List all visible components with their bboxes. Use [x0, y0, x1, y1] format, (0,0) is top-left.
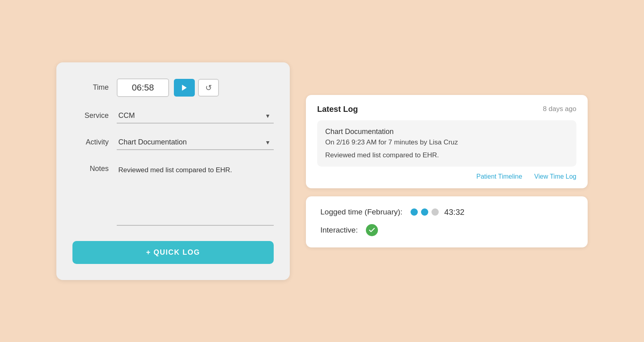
- notes-row: Notes Reviewed med list compared to EHR.: [72, 161, 274, 226]
- time-input[interactable]: [117, 78, 169, 97]
- service-select-wrapper: CCM TCM AWV RPM ▼: [117, 108, 274, 124]
- logged-time-value: 43:32: [444, 208, 464, 217]
- reset-button[interactable]: ↺: [198, 79, 219, 97]
- activity-label: Activity: [72, 138, 117, 146]
- right-column: Latest Log 8 days ago Chart Documentatio…: [306, 95, 588, 247]
- service-select[interactable]: CCM TCM AWV RPM: [117, 108, 274, 124]
- time-row: Time ↺: [72, 78, 274, 97]
- checkmark-icon: [368, 227, 376, 234]
- notes-textarea[interactable]: Reviewed med list compared to EHR.: [117, 161, 274, 226]
- logged-time-row: Logged time (February): 43:32: [320, 208, 573, 217]
- interactive-label: Interactive:: [320, 226, 358, 235]
- log-content: Chart Documentation On 2/16 9:23 AM for …: [317, 120, 576, 167]
- quick-log-button[interactable]: + QUICK LOG: [72, 241, 274, 264]
- dot-2: [421, 208, 428, 216]
- progress-dots: [411, 208, 439, 216]
- interactive-row: Interactive:: [320, 224, 573, 236]
- logged-time-label: Logged time (February):: [320, 208, 402, 216]
- time-log-form: Time ↺ Service CCM TCM AWV RPM ▼ Activit…: [56, 62, 290, 280]
- dot-3: [431, 208, 439, 216]
- interactive-check: [366, 224, 378, 236]
- view-time-log-link[interactable]: View Time Log: [534, 173, 576, 180]
- latest-log-title: Latest Log: [317, 105, 358, 114]
- service-label: Service: [72, 111, 117, 120]
- log-detail: On 2/16 9:23 AM for 7 minutes by Lisa Cr…: [325, 138, 568, 146]
- logged-time-card: Logged time (February): 43:32 Interactiv…: [306, 196, 588, 247]
- patient-timeline-link[interactable]: Patient Timeline: [477, 173, 522, 180]
- play-icon: [180, 84, 188, 92]
- notes-label: Notes: [72, 161, 117, 173]
- log-actions: Patient Timeline View Time Log: [317, 173, 576, 180]
- latest-log-card: Latest Log 8 days ago Chart Documentatio…: [306, 95, 588, 188]
- reset-icon: ↺: [205, 83, 212, 93]
- service-row: Service CCM TCM AWV RPM ▼: [72, 108, 274, 124]
- svg-marker-0: [182, 84, 187, 91]
- activity-select[interactable]: Chart Documentation Phone Call Care Coor…: [117, 135, 274, 150]
- time-label: Time: [72, 83, 117, 92]
- activity-select-wrapper: Chart Documentation Phone Call Care Coor…: [117, 135, 274, 150]
- latest-log-time-ago: 8 days ago: [543, 105, 576, 113]
- dot-1: [411, 208, 418, 216]
- log-notes: Reviewed med list compared to EHR.: [325, 151, 568, 159]
- play-button[interactable]: [174, 79, 195, 97]
- log-activity: Chart Documentation: [325, 128, 568, 136]
- latest-log-header: Latest Log 8 days ago: [317, 105, 576, 114]
- time-controls: ↺: [174, 79, 219, 97]
- activity-row: Activity Chart Documentation Phone Call …: [72, 135, 274, 150]
